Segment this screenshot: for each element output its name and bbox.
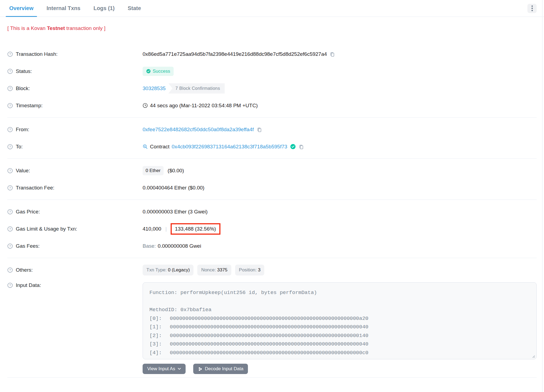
txn-type-value: 0 (Legacy) [168,267,190,272]
help-icon[interactable]: ? [7,168,13,173]
row-to: ? To: Contract 0x4cb093f226983713164a621… [7,138,537,155]
help-icon[interactable]: ? [7,51,13,57]
input-word-row: [2]:000000000000000000000000000000000000… [149,332,530,340]
row-others: ? Others: Txn Type: 0 (Legacy) Nonce: 33… [7,261,537,278]
tab-logs[interactable]: Logs (1) [90,0,118,17]
help-icon[interactable]: ? [7,283,13,288]
scrollbar-track[interactable] [542,0,543,392]
help-icon[interactable]: ? [7,144,13,149]
gas-fees-label: Gas Fees: [16,243,40,249]
row-input-data: ? Input Data: Function: performUpkeep(ui… [7,278,537,374]
txn-type-badge: Txn Type: 0 (Legacy) [143,265,193,275]
gas-fees-base-label: Base: [143,243,156,249]
section-others-input: ? Others: Txn Type: 0 (Legacy) Nonce: 33… [7,258,537,377]
tab-overview[interactable]: Overview [6,0,37,17]
copy-icon[interactable] [257,127,262,132]
block-number-link[interactable]: 30328535 [143,85,166,91]
transaction-hash-label: Transaction Hash: [16,51,57,57]
view-input-as-button[interactable]: View Input As [143,364,186,374]
section-gas: ? Gas Price: 0.000000003 Ether (3 Gwei) … [7,200,537,258]
svg-text:?: ? [9,186,11,189]
help-icon[interactable]: ? [7,127,13,132]
status-value: Success [153,69,170,74]
help-icon[interactable]: ? [7,267,13,273]
to-address-link[interactable]: 0x4cb093f226983713164a62138c3f718a5b595f… [172,144,287,150]
help-icon[interactable]: ? [7,226,13,232]
resize-grip-icon[interactable] [531,354,535,358]
others-label: Others: [16,267,33,273]
svg-text:?: ? [9,145,11,148]
gas-limit-value: 410,000 [143,226,161,232]
input-data-textarea[interactable]: Function: performUpkeep(uint256 id, byte… [143,282,537,359]
gas-price-value: 0.000000003 Ether (3 Gwei) [143,209,208,215]
decode-input-data-button[interactable]: Decode Input Data [193,364,248,374]
verified-check-icon [290,144,296,149]
nonce-key: Nonce: [201,267,217,272]
block-confirmations-badge: 7 Block Confirmations [168,83,225,94]
position-key: Position: [239,267,258,272]
svg-text:?: ? [9,284,11,287]
status-badge: Success [143,67,174,76]
txn-type-key: Txn Type: [146,267,168,272]
tab-bar: Overview Internal Txns Logs (1) State [0,0,544,17]
from-address-link[interactable]: 0xfee7522e8482682cf50ddc50a0f8da2a39effa… [143,127,254,133]
annotation-highlight-box: 133,488 (32.56%) [171,223,220,235]
input-method-id: MethodID: 0x7bbaf1ea [149,306,530,314]
input-word-row: [5]:000000000000000000000000000000000000… [149,357,530,359]
word-hex: 0000000000000000000000000000000000000000… [170,357,368,359]
more-options-button[interactable] [527,4,537,13]
svg-text:?: ? [9,268,11,272]
help-icon[interactable]: ? [7,69,13,74]
svg-text:?: ? [9,70,11,73]
word-hex: 0000000000000000000000000000000000000000… [170,340,368,349]
warning-prefix: [ This is a Kovan [7,25,47,31]
to-kind: Contract [150,144,170,150]
help-icon[interactable]: ? [7,243,13,249]
row-gas-price: ? Gas Price: 0.000000003 Ether (3 Gwei) [7,203,537,220]
word-index: [1]: [149,323,170,332]
svg-text:?: ? [9,210,11,213]
svg-text:?: ? [9,169,11,172]
input-data-actions: View Input As Decode Input Data [143,364,537,374]
row-gas-fees: ? Gas Fees: Base: 0.000000008 Gwei [7,237,537,255]
svg-text:?: ? [9,87,11,90]
clock-icon [143,103,148,108]
input-word-row: [0]:000000000000000000000000000000000000… [149,314,530,323]
copy-icon[interactable] [330,51,335,57]
decode-input-data-label: Decode Input Data [205,366,244,372]
tab-state[interactable]: State [124,0,145,17]
help-icon[interactable]: ? [7,185,13,191]
row-transaction-hash: ? Transaction Hash: 0x86ed5a771e725aa94d… [7,45,537,63]
copy-icon[interactable] [299,144,304,149]
nonce-badge: Nonce: 3375 [197,265,231,275]
timestamp-value: 44 secs ago (Mar-11-2022 03:54:48 PM +UT… [150,103,258,109]
timestamp-label: Timestamp: [16,103,43,109]
help-icon[interactable]: ? [7,209,13,215]
word-hex: 0000000000000000000000000000000000000000… [170,332,368,340]
value-amount-badge: 0 Ether [143,166,164,175]
word-hex: 0000000000000000000000000000000000000000… [170,349,368,357]
gas-separator: | [165,226,167,232]
help-icon[interactable]: ? [7,103,13,108]
word-hex: 0000000000000000000000000000000000000000… [170,314,368,323]
position-badge: Position: 3 [235,265,264,275]
input-word-row: [4]:000000000000000000000000000000000000… [149,349,530,357]
gas-usage-value: 133,488 (32.56%) [175,226,216,232]
help-icon[interactable]: ? [7,86,13,91]
row-from: ? From: 0xfee7522e8482682cf50ddc50a0f8da… [7,121,537,138]
word-index: [0]: [149,314,170,323]
decode-cluster-icon [198,367,202,371]
warning-emphasis: Testnet [47,25,65,31]
transaction-fee-label: Transaction Fee: [16,185,54,191]
from-label: From: [16,127,29,133]
transaction-hash-value: 0x86ed5a771e725aa94d5b7fa2398e4419e216d8… [143,51,327,57]
nonce-value: 3375 [217,267,228,272]
value-usd: ($0.00) [168,168,184,174]
tab-internal-txns[interactable]: Internal Txns [43,0,84,17]
value-label: Value: [16,168,30,174]
word-index: [3]: [149,340,170,349]
word-index: [4]: [149,349,170,357]
zoom-in-icon[interactable] [143,144,148,149]
to-label: To: [16,144,23,150]
status-label: Status: [16,68,32,74]
